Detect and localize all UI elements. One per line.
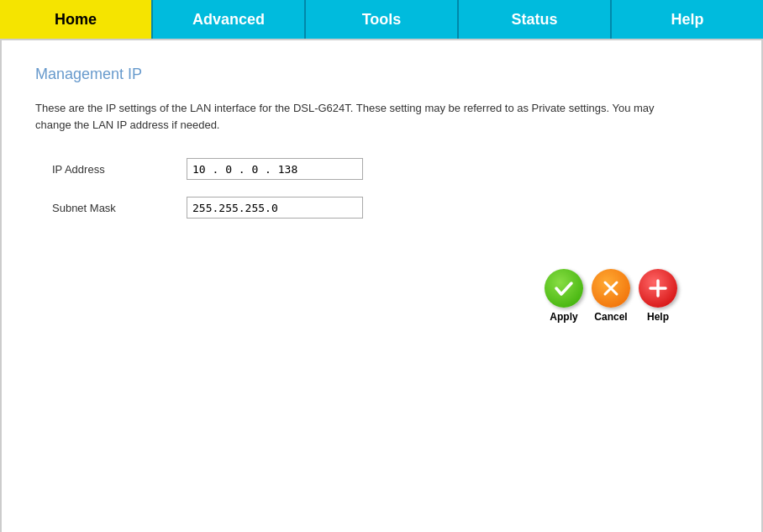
nav-tools[interactable]: Tools [306, 0, 459, 39]
cancel-button[interactable]: Cancel [592, 269, 630, 323]
nav-advanced[interactable]: Advanced [153, 0, 306, 39]
nav-home[interactable]: Home [0, 0, 153, 39]
action-bar: Apply Cancel [35, 269, 728, 323]
plus-icon [647, 277, 669, 299]
management-ip-form: IP Address Subnet Mask [52, 158, 728, 219]
subnet-mask-row: Subnet Mask [52, 197, 728, 219]
ip-address-label: IP Address [52, 163, 187, 176]
page-description: These are the IP settings of the LAN int… [35, 100, 666, 133]
nav-status[interactable]: Status [459, 0, 612, 39]
help-icon [639, 269, 677, 308]
cancel-icon [592, 269, 630, 308]
help-button[interactable]: Help [639, 269, 677, 323]
apply-button[interactable]: Apply [545, 269, 583, 323]
subnet-mask-label: Subnet Mask [52, 202, 187, 214]
cancel-label: Cancel [594, 311, 627, 323]
navbar: Home Advanced Tools Status Help [0, 0, 763, 39]
main-content-border: Management IP These are the IP settings … [0, 39, 763, 532]
subnet-mask-input[interactable] [187, 197, 363, 219]
help-label: Help [647, 311, 669, 323]
ip-address-row: IP Address [52, 158, 728, 180]
ip-address-input[interactable] [187, 158, 363, 180]
x-icon [602, 279, 620, 298]
checkmark-icon [553, 277, 575, 299]
main-content: Management IP These are the IP settings … [2, 40, 761, 532]
nav-help[interactable]: Help [612, 0, 763, 39]
apply-label: Apply [550, 311, 577, 323]
apply-icon [545, 269, 583, 308]
page-title: Management IP [35, 66, 728, 83]
